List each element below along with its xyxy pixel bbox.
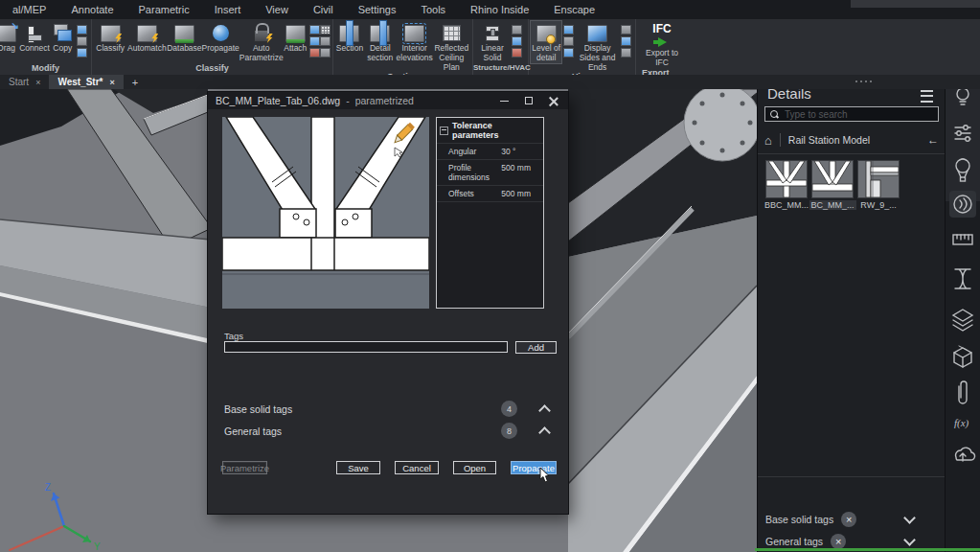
- menu-item-tools[interactable]: Tools: [408, 4, 458, 15]
- details-search-box[interactable]: [764, 106, 939, 122]
- back-arrow-icon[interactable]: ←: [927, 133, 939, 147]
- copy-button[interactable]: Copy: [50, 21, 75, 54]
- tolerance-row[interactable]: Offsets 500 mm: [437, 185, 543, 202]
- tolerance-row[interactable]: Profile dimensions 500 mm: [437, 159, 543, 185]
- dialog-title-bar[interactable]: BC_MM_Plate_Tab_06.dwg - parametrized: [208, 92, 568, 109]
- parametrize-dialog: BC_MM_Plate_Tab_06.dwg - parametrized: [208, 92, 568, 514]
- hamburger-menu-icon[interactable]: [921, 90, 933, 103]
- ribbon-group-section: Section Detail section Interior elevatio…: [333, 19, 473, 75]
- level-of-detail-button[interactable]: Level of detail: [531, 21, 561, 63]
- menu-item-parametric[interactable]: Parametric: [126, 4, 202, 15]
- home-icon[interactable]: ⌂: [764, 134, 772, 147]
- ifc-arrow-icon: [658, 37, 667, 47]
- steel-profile-icon[interactable]: [955, 269, 970, 288]
- active-tool-highlight: [949, 191, 976, 218]
- paperclip-icon[interactable]: [959, 381, 967, 403]
- automatch-button[interactable]: Automatch: [126, 21, 167, 54]
- menu-item-enscape[interactable]: Enscape: [541, 4, 607, 15]
- database-button[interactable]: Database: [167, 21, 201, 54]
- linear-solid-button[interactable]: Linear Solid: [475, 21, 510, 63]
- panel-drag-handle[interactable]: [855, 80, 872, 82]
- document-tab-bar: Start × West_Str* × +: [0, 75, 980, 89]
- open-button[interactable]: Open: [453, 461, 496, 474]
- filter-sliders-icon[interactable]: [955, 126, 970, 141]
- menu-item-insert[interactable]: Insert: [202, 4, 254, 15]
- display-sides-ends-button[interactable]: Display Sides and Ends: [576, 21, 619, 72]
- menu-item-civil[interactable]: Civil: [301, 4, 346, 15]
- maximize-icon[interactable]: [525, 97, 533, 104]
- chevron-up-icon[interactable]: [538, 426, 551, 439]
- menu-bar: al/MEP Annotate Parametric Insert View C…: [0, 0, 980, 19]
- balloon-icon[interactable]: [956, 159, 969, 182]
- dialog-title: BC_MM_Plate_Tab_06.dwg: [216, 95, 340, 106]
- connect-icon: [24, 22, 45, 44]
- level-of-detail-icon: [536, 22, 557, 44]
- structure-mini-tools[interactable]: [510, 21, 524, 58]
- ribbon-group-classify: Classify Automatch Database Propagate Au…: [92, 19, 333, 75]
- remove-filter-icon[interactable]: ×: [841, 512, 856, 527]
- reflected-ceiling-plan-button[interactable]: Reflected Ceiling Plan: [433, 21, 470, 72]
- chevron-up-icon[interactable]: [538, 404, 551, 417]
- parametrize-button[interactable]: Parametrize: [222, 461, 267, 474]
- automatch-icon: [136, 22, 157, 44]
- menu-item-settings[interactable]: Settings: [346, 4, 409, 15]
- lightbulb-icon[interactable]: [957, 88, 969, 104]
- attach-button[interactable]: Attach: [284, 21, 308, 54]
- detail-thumbnail-rw-9[interactable]: RW_9_...: [857, 160, 900, 210]
- menu-item-annotate[interactable]: Annotate: [58, 4, 125, 15]
- tab-start[interactable]: Start ×: [0, 75, 49, 89]
- menu-item-view[interactable]: View: [253, 4, 301, 15]
- detail-thumbnail-bc-mm[interactable]: BC_MM_...: [811, 160, 854, 210]
- ribbon-group-modify: ↘ Drag Connect Copy Modify: [0, 19, 92, 75]
- cancel-button[interactable]: Cancel: [395, 461, 439, 474]
- collapse-icon[interactable]: [440, 126, 448, 135]
- tab-west-str[interactable]: West_Str* ×: [49, 75, 123, 89]
- details-search-input[interactable]: [783, 108, 933, 121]
- save-button[interactable]: Save: [336, 461, 380, 474]
- axis-label-y: Y: [94, 541, 101, 552]
- close-tab-icon[interactable]: ×: [109, 78, 114, 87]
- remove-filter-icon[interactable]: ×: [831, 534, 846, 549]
- cloud-upload-icon[interactable]: [956, 448, 975, 461]
- tolerance-row[interactable]: Angular 30 °: [437, 143, 543, 159]
- 3d-box-icon[interactable]: [954, 346, 971, 367]
- chevron-down-icon[interactable]: [903, 534, 916, 546]
- chevron-down-icon[interactable]: [903, 512, 916, 524]
- dialog-subtitle: parametrized: [355, 95, 414, 106]
- detail-thumbnail-bbc-mm[interactable]: BBC_MM...: [765, 160, 808, 210]
- classify-button[interactable]: Classify: [94, 21, 126, 54]
- close-tab-icon[interactable]: ×: [35, 78, 40, 87]
- function-fx-icon[interactable]: f(x): [954, 417, 969, 429]
- new-tab-button[interactable]: +: [124, 75, 147, 89]
- axis-label-z: Z: [45, 482, 51, 493]
- detail-thumbnails: BBC_MM... BC_MM_...: [765, 160, 900, 210]
- minimize-icon[interactable]: [500, 101, 509, 102]
- view-mini-tools[interactable]: [561, 21, 576, 58]
- export-to-ifc-button[interactable]: IFC Export to IFC: [640, 21, 684, 68]
- menu-item-almep[interactable]: al/MEP: [0, 4, 58, 15]
- filter-base-solid-tags[interactable]: Base solid tags ×: [765, 511, 937, 528]
- drag-icon: ↘: [0, 22, 17, 44]
- details-panel: Details ⌂ Rail Station Model ← BBC_MM...: [757, 81, 945, 552]
- section-button[interactable]: Section: [335, 21, 364, 54]
- menu-item-rhino-inside[interactable]: Rhino Inside: [458, 4, 541, 15]
- propagate-button[interactable]: Propagate: [202, 21, 239, 54]
- modify-mini-tools[interactable]: [75, 21, 89, 58]
- tolerance-parameters-panel: Tolerance parameters Angular 30 ° Profil…: [436, 117, 544, 309]
- detail-section-button[interactable]: Detail section: [364, 21, 397, 63]
- section-icon: [339, 22, 360, 44]
- add-tag-button[interactable]: Add: [515, 341, 557, 354]
- connection-preview[interactable]: [222, 117, 429, 309]
- breadcrumb-divider: [780, 133, 781, 147]
- drag-button[interactable]: ↘ Drag: [0, 21, 19, 54]
- divider: [758, 153, 945, 154]
- tags-input[interactable]: [224, 341, 508, 353]
- classify-mini-tools[interactable]: [308, 21, 330, 58]
- layers-icon[interactable]: [953, 310, 972, 331]
- interior-elevations-button[interactable]: Interior elevations: [397, 21, 433, 63]
- ruler-icon[interactable]: [953, 235, 972, 244]
- connect-button[interactable]: Connect: [19, 21, 51, 54]
- close-icon[interactable]: [549, 96, 558, 105]
- view-mini-cubes[interactable]: [619, 21, 633, 58]
- auto-parametrize-button[interactable]: Auto Parametrize: [239, 21, 284, 63]
